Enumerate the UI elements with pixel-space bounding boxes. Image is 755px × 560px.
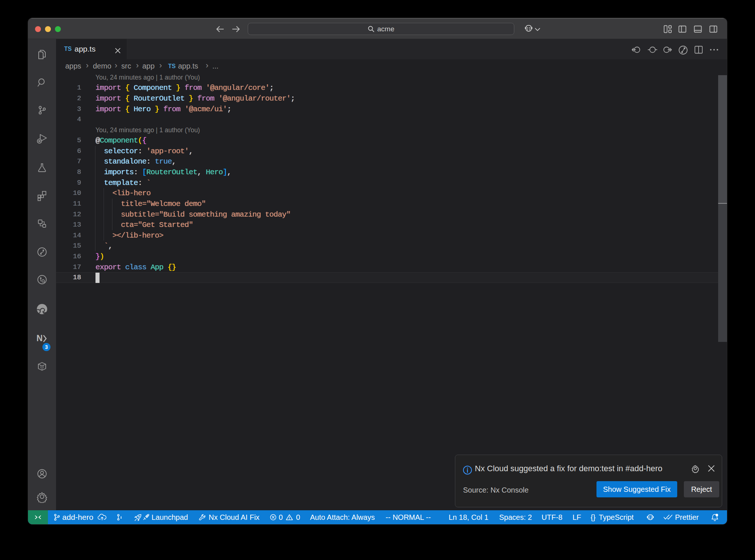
svg-text:N: N bbox=[36, 333, 43, 343]
